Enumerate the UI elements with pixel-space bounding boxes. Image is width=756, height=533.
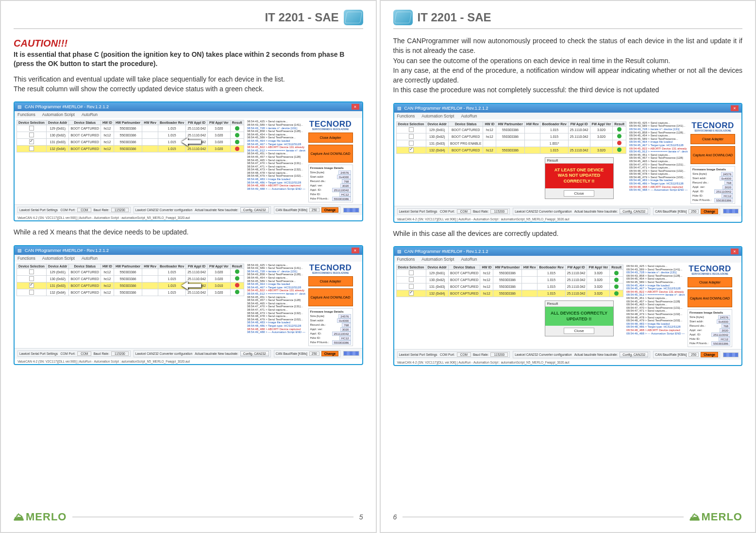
checkbox-icon[interactable] (29, 290, 34, 295)
log-panel: 08:54:43_425 > Send capture...08:54:43_5… (629, 121, 688, 192)
dialog-title: Result (545, 158, 613, 164)
checkbox-icon[interactable] (409, 284, 414, 289)
progress-bar (343, 208, 359, 213)
log-line: 08:54:45_451 > Send capture... (247, 296, 305, 299)
menu-item[interactable]: AutoRun (82, 112, 98, 117)
menu-item[interactable]: AutoRun (82, 256, 98, 261)
x-icon (235, 283, 239, 287)
log-line: 08:54:49_488 > --- Automation Script END… (247, 187, 305, 191)
status-bar: Lawicel Serial Port Settings COM Port: C… (15, 204, 362, 215)
checkbox-icon[interactable] (409, 127, 414, 132)
progress-bar (723, 209, 739, 214)
close-adapter-button[interactable]: Close Adapter (690, 134, 735, 144)
checkbox-icon[interactable] (409, 148, 414, 152)
column-header: Result (613, 121, 626, 126)
config-button[interactable]: Config. CAN232 (620, 209, 648, 214)
checkbox-icon[interactable] (29, 269, 34, 274)
change-button[interactable]: Change (321, 351, 339, 356)
column-header: Device Status (69, 264, 101, 268)
column-header: Bootloader Rev (538, 265, 565, 270)
checkbox-icon[interactable] (29, 133, 34, 137)
firmware-panel: Firmware Image Details Size.[byte]:24576… (688, 309, 732, 347)
status-bar: Lawicel Serial Port Settings COM Port: C… (394, 206, 742, 217)
can-baudrate: CAN BaudRate [KBits] 250 Change (653, 351, 720, 358)
menu-item[interactable]: Functions (17, 112, 35, 117)
paragraph: The CANProgrammer will now autonomously … (393, 36, 743, 56)
config-button[interactable]: Config. CAN232 (240, 207, 269, 213)
status-caption: ValueCAN 4-2 (SN: V2C117)[DLL ver.906] |… (15, 215, 362, 220)
check-icon (235, 133, 239, 137)
config-button[interactable]: Config. CAN232 (240, 351, 269, 356)
device-table: Device SelectionDevice AddrDevice Status… (17, 120, 244, 152)
close-button[interactable]: Close (564, 328, 594, 334)
menu-item[interactable]: Automation Script (42, 256, 75, 261)
close-adapter-button[interactable]: Close Adapter (308, 276, 353, 286)
capture-download-button[interactable]: Capture And DOWNLOAD (690, 146, 735, 164)
menu-item[interactable]: Automation Script (421, 257, 454, 262)
menu-item[interactable]: AutoRun (461, 257, 477, 262)
close-icon[interactable]: × (352, 104, 359, 110)
log-line: 08:54:45_589 > Send TestPresence... (247, 280, 305, 283)
log-line: 08:54:45_451 > Send capture... (626, 297, 685, 300)
close-adapter-button[interactable]: Close Adapter (308, 133, 353, 143)
log-line: 08:54:45_465 > Send capture... (629, 160, 688, 163)
close-icon[interactable]: × (731, 249, 739, 254)
screenshot-3: ▧ CAN PRogrammer #MERLO# - Rev.1.2.1.2 ×… (393, 103, 743, 223)
menu-item[interactable]: Functions (17, 256, 35, 261)
change-button[interactable]: Change (321, 207, 339, 213)
checkbox-icon[interactable] (29, 146, 34, 151)
device-table: Device SelectionDevice AddrDevice Status… (17, 264, 244, 296)
log-line: 08:54:43_425 > Send capture... (247, 264, 305, 267)
change-button[interactable]: Change (701, 352, 718, 357)
log-line: 08:54:49_488 > --- Automation Script END… (629, 188, 688, 192)
log-line: 08:54:45_467 > Target type: HCS12/S128 (247, 286, 305, 289)
close-icon[interactable]: × (731, 105, 739, 111)
checkbox-icon[interactable] (29, 126, 34, 131)
result-dialog: Result AT LEAST ONE DEVICE WAS NOT UPDAT… (545, 157, 614, 199)
dialog-title: Result (545, 301, 613, 307)
log-line: 08:54:45_454 > Send capture... (247, 133, 305, 136)
close-adapter-button[interactable]: Close Adapter (688, 277, 732, 287)
log-line: 08:54:45_457 > Send TestPresence [128] (247, 299, 305, 302)
table-row: 132 (0x84)BOOT CAPTUREDhc12550303386 1.0… (17, 146, 244, 152)
serial-settings: Lawicel Serial Port Settings COM Port: C… (397, 351, 510, 358)
log-line: 08:54:45_912 > ========== iterate n°: de… (626, 293, 685, 297)
menu-item[interactable]: Functions (397, 257, 415, 262)
change-button[interactable]: Change (701, 209, 718, 214)
capture-download-button[interactable]: Capture And DOWNLOAD (308, 145, 353, 163)
checkbox-icon[interactable] (29, 276, 34, 281)
column-header: Device Addr (47, 264, 69, 268)
menubar: FunctionsAutomation ScriptAutoRun (15, 111, 362, 118)
checkbox-icon[interactable] (29, 139, 34, 144)
page-left: IT 2201 - SAE CAUTION!!! It is essential… (0, 0, 377, 533)
page-header: IT 2201 - SAE (393, 10, 743, 29)
menu-item[interactable]: Automation Script (42, 112, 75, 117)
paragraph: You can see the outcome of the operation… (393, 56, 743, 66)
log-line: 08:54:48_473 > Send TestPresence [132]..… (629, 169, 688, 173)
column-header: Result (230, 120, 244, 125)
serial-settings: Lawicel Serial Port Settings COM Port: C… (17, 350, 131, 357)
log-line: 08:54:48_473 > Send TestPresence [132]..… (247, 168, 305, 171)
capture-download-button[interactable]: Capture And DOWNLOAD (688, 289, 732, 307)
serial-settings: Lawicel Serial Port Settings COM Port: C… (397, 208, 510, 215)
capture-download-button[interactable]: Capture And DOWNLOAD (308, 288, 353, 306)
log-panel: 08:54:43_425 > Send capture...08:54:43_5… (626, 265, 685, 335)
checkbox-icon[interactable] (409, 134, 414, 139)
checkbox-icon[interactable] (409, 291, 414, 296)
menu-item[interactable]: AutoRun (461, 114, 477, 118)
config-button[interactable]: Config. CAN232 (620, 352, 648, 357)
checkbox-icon[interactable] (409, 270, 414, 275)
checkbox-icon[interactable] (29, 283, 34, 288)
close-icon[interactable]: × (352, 248, 359, 253)
checkbox-icon[interactable] (409, 277, 414, 282)
menu-item[interactable]: Functions (397, 114, 415, 118)
log-line: 08:54:45_465 > Send capture... (247, 159, 305, 162)
close-button[interactable]: Close (564, 190, 594, 197)
log-panel: 08:54:43_425 > Send capture...08:54:43_5… (247, 120, 305, 190)
column-header: HW Rev (142, 264, 158, 268)
log-line: 08:54:43_858 > Send TestPresence [128]..… (247, 273, 305, 276)
log-line: 08:54:43_728 > iterate n°: device [131] (626, 271, 685, 274)
menu-item[interactable]: Automation Script (421, 114, 454, 118)
page-footer: 6 ⛰MERLO (393, 500, 743, 523)
checkbox-icon[interactable] (409, 141, 414, 146)
